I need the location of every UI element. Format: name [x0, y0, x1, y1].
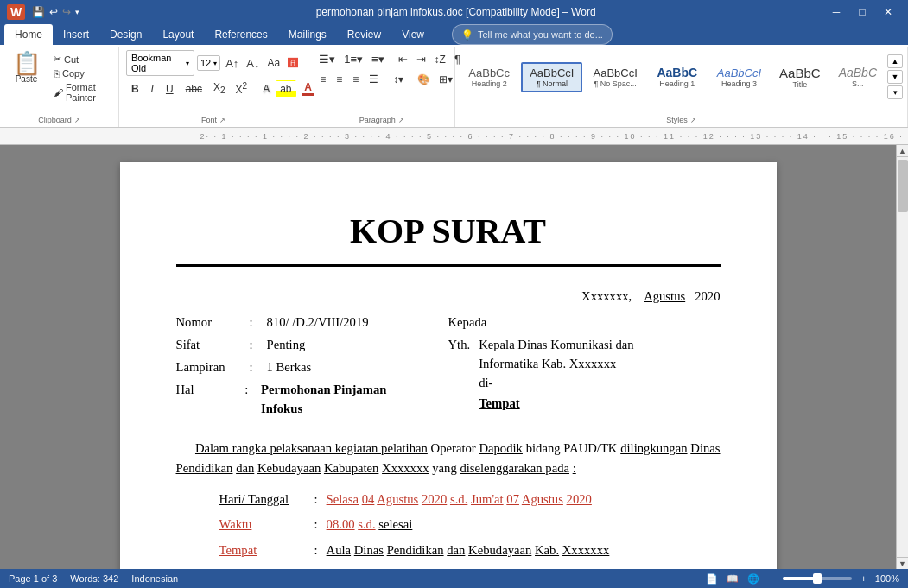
date-year: 2020 — [695, 289, 720, 303]
font-name-value: Bookman Old — [131, 53, 186, 73]
redo-icon[interactable]: ↪ — [62, 6, 71, 18]
justify-btn[interactable]: ☰ — [365, 71, 383, 88]
italic-btn[interactable]: I — [146, 80, 159, 98]
save-icon[interactable]: 💾 — [32, 6, 45, 18]
align-center-btn[interactable]: ≡ — [332, 71, 346, 88]
scroll-thumb[interactable] — [898, 160, 908, 212]
styles-group-label: Styles ↗ — [460, 116, 903, 127]
style-no-spacing[interactable]: AaBbCcI ¶ No Spac... — [585, 63, 644, 92]
tab-references[interactable]: References — [204, 24, 277, 45]
view-print-btn[interactable]: 📄 — [706, 573, 718, 585]
increase-indent-btn[interactable]: ⇥ — [413, 50, 429, 68]
hal-label: Hal — [176, 380, 245, 418]
document-scroll[interactable]: KOP SURAT Xxxxxxx, Agustus 2020 — [0, 145, 896, 569]
font-size-selector[interactable]: 12 ▾ — [197, 55, 220, 71]
align-right-btn[interactable]: ≡ — [348, 71, 363, 88]
paragraph-expand-icon[interactable]: ↗ — [398, 117, 404, 124]
status-bar: Page 1 of 3 Words: 342 Indonesian 📄 📖 🌐 … — [0, 569, 908, 588]
date-line: Xxxxxxx, Agustus 2020 — [176, 287, 721, 306]
paste-btn[interactable]: 📋 Paste — [7, 50, 46, 85]
sifat-label: Sifat — [176, 335, 250, 354]
multilevel-list-btn[interactable]: ≡▾ — [368, 50, 388, 68]
kop-surat-title: KOP SURAT — [176, 205, 721, 257]
styles-expand-btn[interactable]: ▾ — [887, 85, 903, 99]
paragraph-group-label: Paragraph ↗ — [315, 116, 448, 127]
tab-review[interactable]: Review — [337, 24, 391, 45]
bold-btn[interactable]: B — [126, 80, 144, 98]
change-case-btn[interactable]: Aa — [264, 56, 283, 70]
superscript-btn[interactable]: X2 — [232, 79, 252, 98]
tab-mailings[interactable]: Mailings — [278, 24, 337, 45]
undo-icon[interactable]: ↩ — [49, 6, 58, 18]
style-heading3[interactable]: AaBbCcI Heading 3 — [709, 63, 769, 92]
tab-layout[interactable]: Layout — [152, 24, 204, 45]
font-shrink-btn[interactable]: A↓ — [244, 56, 262, 71]
borders-btn[interactable]: ⊞▾ — [435, 71, 456, 88]
zoom-slider[interactable] — [783, 577, 852, 580]
tell-me-box[interactable]: 💡 Tell me what you want to do... — [452, 24, 613, 45]
format-painter-btn[interactable]: 🖌 Format Painter — [50, 81, 111, 104]
subscript-btn[interactable]: X2 — [209, 79, 230, 98]
underline-btn[interactable]: U — [161, 80, 179, 98]
style-heading1[interactable]: AaBbC Heading 1 — [648, 62, 707, 92]
font-dropdown-icon: ▾ — [186, 60, 189, 67]
scroll-down-btn[interactable]: ▼ — [897, 557, 909, 569]
format-painter-label: Format Painter — [66, 82, 108, 103]
nomor-value: 810/ /D.2/VIII/2019 — [267, 313, 369, 332]
style-heading2[interactable]: AaBbCc Heading 2 — [460, 63, 518, 92]
style-normal[interactable]: AaBbCcI ¶ Normal — [521, 62, 582, 92]
shading-btn[interactable]: 🎨 — [414, 71, 434, 88]
zoom-level: 100% — [875, 573, 899, 584]
styles-scroll-up-btn[interactable]: ▲ — [887, 54, 903, 68]
style-subtitle[interactable]: AaBbC S... — [831, 62, 885, 92]
paste-label: Paste — [16, 74, 38, 84]
text-effects-btn[interactable]: A — [258, 80, 274, 98]
scroll-up-btn[interactable]: ▲ — [897, 145, 909, 157]
sort-btn[interactable]: ↕Z — [431, 51, 449, 68]
qa-dropdown-icon[interactable]: ▾ — [75, 8, 79, 16]
strikethrough-btn[interactable]: abc — [181, 80, 207, 98]
clipboard-group: 📋 Paste ✂ Cut ⎘ Copy 🖌 Format Painter — [0, 47, 119, 127]
decrease-indent-btn[interactable]: ⇤ — [395, 50, 411, 68]
address-section: Kepada Yth. Kepala Dinas Komunikasi dan … — [448, 313, 721, 421]
numbered-list-btn[interactable]: 1≡▾ — [340, 50, 366, 68]
styles-scroll-down-btn[interactable]: ▼ — [887, 70, 903, 84]
tab-home[interactable]: Home — [4, 24, 53, 45]
ruler: 2· · 1 · · · · 1 · · · · 2 · · · · 3 · ·… — [0, 128, 908, 145]
word-icon: W — [7, 4, 25, 20]
clear-format-btn[interactable]: 🅰 — [285, 56, 301, 70]
view-web-btn[interactable]: 🌐 — [747, 573, 759, 585]
styles-expand-icon[interactable]: ↗ — [690, 117, 696, 124]
status-right: 📄 📖 🌐 ─ + 100% — [706, 573, 899, 585]
tempat-value: Aula Dinas Pendidikan dan Kebudayaan Kab… — [327, 539, 610, 561]
text-highlight-btn[interactable]: ab — [276, 80, 295, 98]
vertical-scrollbar[interactable]: ▲ ▼ — [896, 145, 908, 569]
tab-design[interactable]: Design — [99, 24, 152, 45]
copy-icon: ⎘ — [54, 68, 60, 79]
clipboard-expand-icon[interactable]: ↗ — [74, 117, 80, 124]
cut-btn[interactable]: ✂ Cut — [50, 53, 111, 66]
view-read-btn[interactable]: 📖 — [727, 573, 739, 585]
date-month: Agustus — [644, 289, 685, 303]
font-expand-icon[interactable]: ↗ — [219, 117, 225, 124]
zoom-in-btn[interactable]: + — [860, 573, 866, 584]
font-group: Bookman Old ▾ 12 ▾ A↑ A↓ Aa 🅰 B I — [119, 47, 308, 127]
zoom-out-btn[interactable]: ─ — [768, 573, 775, 584]
style-title[interactable]: AaBbC Title — [771, 62, 829, 92]
cut-icon: ✂ — [54, 54, 61, 65]
close-btn[interactable]: ✕ — [875, 0, 901, 24]
line-spacing-btn[interactable]: ↕▾ — [390, 71, 407, 88]
copy-btn[interactable]: ⎘ Copy — [50, 67, 111, 79]
font-name-selector[interactable]: Bookman Old ▾ — [126, 50, 194, 76]
font-size-value: 12 — [200, 58, 211, 68]
minimize-btn[interactable]: ─ — [823, 0, 849, 24]
tab-insert[interactable]: Insert — [53, 24, 99, 45]
align-left-btn[interactable]: ≡ — [315, 71, 330, 88]
font-grow-btn[interactable]: A↑ — [223, 56, 241, 71]
tab-view[interactable]: View — [391, 24, 435, 45]
sifat-value: Penting — [267, 335, 306, 354]
bullet-list-btn[interactable]: ☰▾ — [315, 50, 339, 68]
lightbulb-icon: 💡 — [461, 29, 473, 41]
maximize-btn[interactable]: □ — [849, 0, 875, 24]
waktu-value: 08.00 s.d. selesai — [327, 513, 413, 535]
